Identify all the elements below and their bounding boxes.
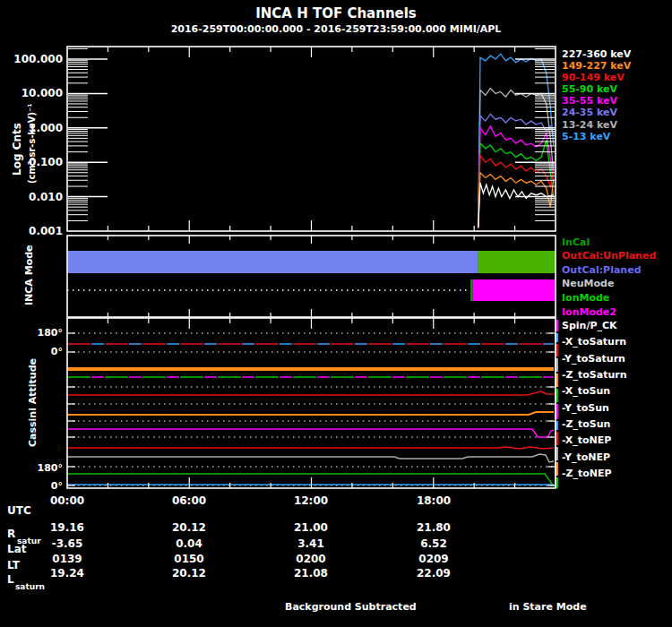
legend-mode-outcal-unplaned: OutCal:UnPlaned bbox=[562, 250, 656, 262]
utc-value: 00:00 bbox=[35, 494, 99, 507]
legend-attitude-z-tosun: -Z_toSun bbox=[562, 418, 610, 430]
lt-value: 0139 bbox=[35, 553, 99, 565]
lt-value: 0209 bbox=[401, 553, 466, 565]
time-range-subtitle: 2016-259T00:00:00.000 - 2016-259T23:59:0… bbox=[0, 23, 672, 35]
l-saturn-value: 19.24 bbox=[35, 567, 99, 580]
page-title: INCA H TOF Channels bbox=[0, 5, 672, 21]
row-label-l-saturn-sub: saturn bbox=[15, 582, 45, 591]
legend-channel-227-360: 227-360 keV bbox=[562, 48, 631, 60]
tof-ytick-0p1: 0.100 bbox=[5, 156, 63, 168]
legend-channel-13-24: 13-24 keV bbox=[562, 119, 617, 131]
legend-attitude-z-tosaturn: -Z_toSaturn bbox=[562, 369, 627, 381]
row-label-lat: Lat bbox=[7, 543, 26, 555]
row-label-utc: UTC bbox=[7, 504, 31, 517]
legend-attitude-y-tosun: -Y_toSun bbox=[562, 402, 609, 414]
lat-value: -3.65 bbox=[35, 537, 99, 550]
attitude-ytick-180-bottom: 180° bbox=[13, 462, 63, 474]
tof-ytick-100: 100.000 bbox=[5, 53, 63, 65]
stare-mode-note: in Stare Mode bbox=[509, 601, 587, 613]
r-saturn-value: 20.12 bbox=[157, 521, 221, 534]
legend-attitude-spin: Spin/P_CK bbox=[562, 320, 617, 331]
legend-channel-24-35: 24-35 keV bbox=[562, 107, 617, 118]
mode-y-axis-label: INCA Mode bbox=[23, 245, 35, 305]
legend-channel-55-90: 55-90 keV bbox=[562, 83, 617, 95]
tof-ytick-0p01: 0.010 bbox=[5, 191, 63, 203]
attitude-ytick-0-bottom: 0° bbox=[13, 480, 63, 492]
r-saturn-value: 21.80 bbox=[401, 521, 466, 534]
utc-value: 12:00 bbox=[279, 494, 343, 507]
row-label-r-saturn: R bbox=[7, 528, 15, 540]
attitude-ytick-0-top: 0° bbox=[13, 346, 63, 357]
legend-channel-35-55: 35-55 keV bbox=[562, 95, 617, 107]
lat-value: 6.52 bbox=[401, 537, 466, 550]
attitude-ytick-180-top: 180° bbox=[13, 327, 63, 339]
legend-mode-incal: InCal bbox=[562, 236, 590, 248]
row-label-l-saturn: L bbox=[7, 573, 14, 586]
lat-value: 0.04 bbox=[157, 537, 221, 550]
legend-attitude-y-tosaturn: -Y_toSaturn bbox=[562, 353, 625, 365]
legend-mode-ionmode: IonMode bbox=[562, 292, 609, 304]
utc-value: 06:00 bbox=[157, 494, 221, 507]
legend-mode-neumode: NeuMode bbox=[562, 278, 614, 289]
tof-y-axis-units-label: (cm²-sr-s-keV)⁻¹ bbox=[27, 103, 37, 184]
tof-ytick-10: 10.000 bbox=[5, 87, 63, 99]
legend-attitude-x-tosaturn: -X_toSaturn bbox=[562, 336, 626, 348]
legend-attitude-x-tosun: -X_toSun bbox=[562, 385, 610, 397]
legend-channel-90-149: 90-149 keV bbox=[562, 72, 625, 83]
r-saturn-value: 21.00 bbox=[279, 521, 343, 534]
lat-value: 3.41 bbox=[279, 537, 343, 550]
l-saturn-value: 21.08 bbox=[279, 567, 343, 580]
legend-mode-ionmode2: IonMode2 bbox=[562, 306, 616, 318]
lt-value: 0200 bbox=[279, 553, 343, 565]
l-saturn-value: 20.12 bbox=[157, 567, 221, 580]
inca-tof-plot-window: INCA H TOF Channels 2016-259T00:00:00.00… bbox=[0, 0, 672, 627]
attitude-y-axis-label: Cassini Attitude bbox=[27, 358, 39, 447]
utc-value: 18:00 bbox=[401, 494, 466, 507]
legend-attitude-y-tonep: -Y_toNEP bbox=[562, 451, 610, 463]
background-subtracted-note: Background Subtracted bbox=[285, 601, 417, 613]
legend-mode-outcal-planed: OutCal:Planed bbox=[562, 264, 642, 276]
tof-ytick-1: 1.000 bbox=[5, 122, 63, 134]
lt-value: 0150 bbox=[157, 553, 221, 565]
legend-attitude-x-tonep: -X_toNEP bbox=[562, 434, 611, 446]
legend-channel-149-227: 149-227 keV bbox=[562, 60, 631, 72]
r-saturn-value: 19.16 bbox=[35, 521, 99, 534]
tof-ytick-0p001: 0.001 bbox=[5, 225, 63, 237]
l-saturn-value: 22.09 bbox=[401, 567, 466, 580]
row-label-lt: LT bbox=[7, 559, 20, 571]
legend-channel-5-13: 5-13 keV bbox=[562, 131, 610, 142]
legend-attitude-z-tonep: -Z_toNEP bbox=[562, 468, 612, 479]
